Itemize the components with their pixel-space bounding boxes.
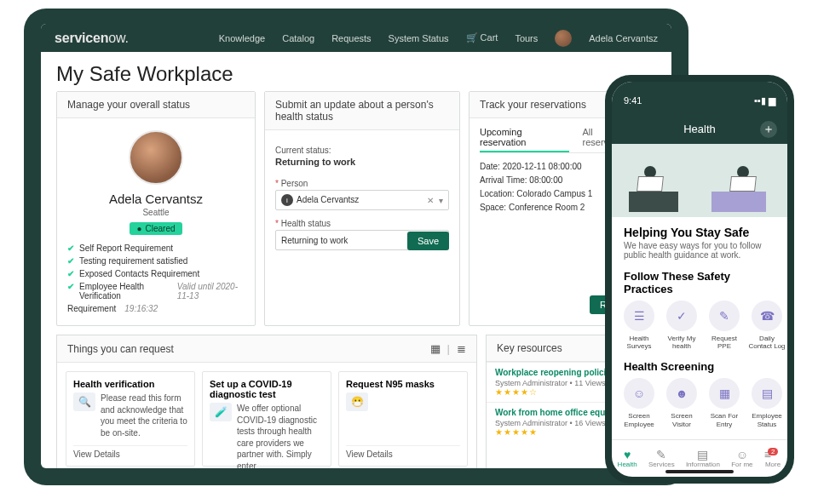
intro-text: We have easy ways for you to follow publ… <box>624 241 775 260</box>
brand-main: servicen <box>55 31 108 45</box>
document-icon: 🔍 <box>73 392 95 411</box>
profile-location: Seattle <box>67 208 245 217</box>
mask-icon: 😷 <box>346 392 368 411</box>
submit-card-head: Submit an update about a person's health… <box>265 92 459 130</box>
section-safety-practices: Follow These Safety Practices <box>612 260 787 301</box>
tab-health[interactable]: ♥Health <box>618 449 637 468</box>
chip-employee-status[interactable]: ▤Employee Status <box>748 378 786 427</box>
add-button[interactable]: ＋ <box>760 121 777 138</box>
thing-title: Health verification <box>73 379 187 389</box>
submit-card: Submit an update about a person's health… <box>264 91 460 326</box>
req-suffix-row: Requirement19:16:32 <box>67 304 245 313</box>
user-name[interactable]: Adela Cervantsz <box>589 33 658 43</box>
info-icon: ▤ <box>686 449 720 461</box>
things-card: Things you can request ▦ | ≣ Health veri… <box>56 335 477 468</box>
user-avatar[interactable] <box>555 30 572 47</box>
person-value: Adela Cervantsz <box>297 195 359 204</box>
qr-icon: ▦ <box>709 378 740 409</box>
profile-name: Adela Cervantsz <box>67 192 245 206</box>
status-card: Manage your overall status Adela Cervant… <box>56 91 256 326</box>
chip-scan-entry[interactable]: ▦Scan For Entry <box>706 378 743 427</box>
phone-screen: 9:41 ▪▪▮ ▆ Health ＋ Helping You Stay Saf… <box>612 82 787 477</box>
nav-knowledge[interactable]: Knowledge <box>219 33 265 43</box>
visitor-icon: ☻ <box>666 378 697 409</box>
nav-cart[interactable]: 🛒 Cart <box>466 32 498 43</box>
thing-title: Request N95 masks <box>346 379 460 389</box>
phone-header: Health ＋ <box>612 119 787 144</box>
cart-label: Cart <box>481 32 498 43</box>
safety-chips: ☰Health Surveys ✓Verify My health ✎Reque… <box>612 301 787 350</box>
chip-screen-visitor[interactable]: ☻Screen Visitor <box>663 378 700 427</box>
view-details-link[interactable]: View Details <box>73 445 187 459</box>
top-nav: Knowledge Catalog Requests System Status… <box>219 30 658 47</box>
chip-request-ppe[interactable]: ✎Request PPE <box>706 301 743 350</box>
tab-upcoming[interactable]: Upcoming reservation <box>480 127 569 152</box>
phone-status-bar: 9:41 ▪▪▮ ▆ <box>612 82 787 119</box>
user-icon: ☺ <box>731 449 752 461</box>
thing-n95-masks[interactable]: Request N95 masks 😷 View Details <box>338 371 468 467</box>
current-status-value: Returning to work <box>275 157 449 167</box>
chip-health-surveys[interactable]: ☰Health Surveys <box>620 301 658 350</box>
signal-icons: ▪▪▮ ▆ <box>754 95 775 106</box>
req-self-report: ✔Self Report Requirement <box>67 243 245 253</box>
nav-requests[interactable]: Requests <box>331 33 371 43</box>
req-testing: ✔Testing requirement satisfied <box>67 256 245 266</box>
grid-view-icon[interactable]: ▦ <box>430 342 441 355</box>
info-icon[interactable]: i <box>281 194 293 206</box>
thing-health-verification[interactable]: Health verification 🔍Please read this fo… <box>66 371 195 467</box>
survey-icon: ☰ <box>624 301 654 331</box>
person-field[interactable]: iAdela Cervantsz ✕ ▾ <box>275 190 449 210</box>
chip-screen-employee[interactable]: ☺Screen Employee <box>620 378 658 427</box>
nav-catalog[interactable]: Catalog <box>282 33 314 43</box>
save-button[interactable]: Save <box>407 232 449 250</box>
nav-system-status[interactable]: System Status <box>389 33 449 43</box>
profile-avatar <box>129 130 183 185</box>
check-icon: ✔ <box>67 269 74 278</box>
clear-icon[interactable]: ✕ ▾ <box>427 196 443 205</box>
tab-information[interactable]: ▤Information <box>686 449 720 468</box>
thing-covid-test[interactable]: Set up a COVID-19 diagnostic test 🧪We of… <box>202 371 331 467</box>
phone-time: 9:41 <box>624 95 642 106</box>
thing-title: Set up a COVID-19 diagnostic test <box>210 379 324 399</box>
heart-icon: ♥ <box>618 449 637 461</box>
hero-illustration <box>612 144 787 217</box>
view-details-link[interactable]: View Details <box>346 445 460 459</box>
services-icon: ✎ <box>648 449 675 461</box>
thing-desc: Please read this form and acknowledge th… <box>101 392 187 438</box>
check-icon: ✔ <box>67 256 74 266</box>
cleared-badge: ● Cleared <box>130 222 181 235</box>
brand-tail: ow. <box>108 31 128 45</box>
intro-block: Helping You Stay Safe We have easy ways … <box>612 217 787 260</box>
health-status-label: * Health status <box>275 219 449 228</box>
page-title: My Safe Workplace <box>56 62 656 86</box>
home-indicator <box>665 470 734 473</box>
contact-icon: ☎ <box>752 301 782 331</box>
chip-verify-health[interactable]: ✓Verify My health <box>663 301 700 350</box>
tablet-screen: servicenow. Knowledge Catalog Requests S… <box>41 24 671 468</box>
person-label: * Person <box>275 179 449 188</box>
section-health-screening: Health Screening <box>612 350 787 378</box>
chip-contact-log[interactable]: ☎Daily Contact Log <box>748 301 786 350</box>
valid-until: Valid until 2020-11-13 <box>177 282 245 301</box>
nav-tours[interactable]: Tours <box>515 33 538 43</box>
thing-desc: We offer optional COVID-19 diagnostic te… <box>237 403 324 468</box>
tab-services[interactable]: ✎Services <box>648 449 675 468</box>
status-icon: ▤ <box>752 378 782 409</box>
req-verification: ✔Employee Health VerificationValid until… <box>67 282 245 301</box>
check-icon: ✔ <box>67 243 74 253</box>
tab-more[interactable]: ≡2More <box>764 449 782 468</box>
tab-for-me[interactable]: ☺For me <box>731 449 752 468</box>
content-area: My Safe Workplace Manage your overall st… <box>41 52 671 468</box>
things-head-label: Things you can request <box>67 343 174 355</box>
cleared-label: Cleared <box>146 224 176 233</box>
valid-time: 19:16:32 <box>124 304 158 313</box>
tablet-frame: servicenow. Knowledge Catalog Requests S… <box>24 9 688 485</box>
test-icon: 🧪 <box>210 403 232 421</box>
more-badge: 2 <box>768 448 778 455</box>
ppe-icon: ✎ <box>709 301 740 331</box>
screening-chips: ☺Screen Employee ☻Screen Visitor ▦Scan F… <box>612 378 787 427</box>
verify-icon: ✓ <box>666 301 697 331</box>
phone-title: Health <box>683 123 716 135</box>
top-bar: servicenow. Knowledge Catalog Requests S… <box>41 24 671 52</box>
list-view-icon[interactable]: ≣ <box>457 342 466 355</box>
